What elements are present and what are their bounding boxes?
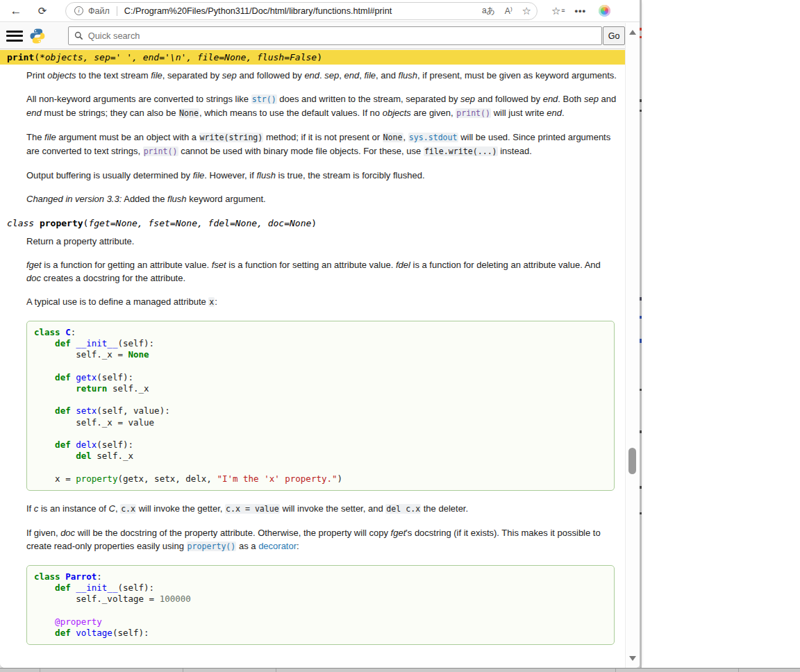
text-segment: will be the docstring of the property at… [75,528,391,538]
text-segment: sep [324,70,339,81]
text-segment: creates a docstring for the attribute. [41,273,185,283]
text-segment: None [178,108,199,118]
text-segment: file [193,170,205,180]
code-line: return self._x [34,383,607,394]
inline-link[interactable]: sys.stdout [408,133,458,142]
copilot-icon[interactable] [599,5,610,17]
text-segment: write(string) [199,133,264,142]
search-icon [74,31,83,40]
code-line: del self._x [34,451,607,462]
text-segment: . Both [558,94,584,104]
text-segment: fget [391,528,406,538]
text-segment: : [297,541,299,551]
doc-paragraph: All non-keyword arguments are converted … [26,92,617,120]
text-segment: cannot be used with binary mode file obj… [178,146,424,156]
text-segment: as a [236,541,258,551]
translate-icon[interactable]: аあ [482,5,495,17]
code-line: self._x = value [34,417,607,428]
read-aloud-icon[interactable]: A) [505,6,512,16]
text-segment: A typical use is to define a managed att… [26,296,208,307]
text-segment: Print [26,70,47,81]
text-segment: file [364,70,376,81]
text-segment: argument must be an object with a [56,132,199,142]
inline-link[interactable]: decorator [258,541,297,551]
signature-prefix: class [7,218,40,228]
code-line [34,605,607,616]
text-segment: sep [460,94,475,104]
doc-paragraph: fget is a function for getting an attrib… [26,258,617,285]
text-segment: , and [376,70,399,81]
hub-lines-glyph: ≡ [561,7,565,14]
text-segment: method; if it is not present or [263,132,382,142]
text-segment: . [562,108,565,118]
menu-icon[interactable] [6,28,23,44]
text-segment: keyword argument. [187,194,266,204]
text-segment: Return a property attribute. [26,236,134,246]
code-line [34,394,607,405]
go-button[interactable]: Go [603,26,625,45]
doc-paragraph: A typical use is to define a managed att… [26,295,617,309]
favorites-hub-icon[interactable]: ☆≡ [551,5,560,17]
text-segment: flush [399,70,417,81]
address-bar[interactable]: i Файл C:/Program%20Files/Python311/Doc/… [65,2,538,20]
code-line [34,361,607,372]
text-segment: del c.x [385,504,421,514]
browser-window: ← ⟳ i Файл C:/Program%20Files/Python311/… [0,0,640,668]
taskbar-edge [0,668,800,672]
text-segment: will invoke the getter, [136,503,225,514]
text-segment: , [403,132,408,142]
code-line: def delx(self): [34,439,607,451]
text-segment: will invoke the setter, and [280,503,385,514]
text-segment: and followed by [237,70,305,81]
code-line: def getx(self): [34,372,607,383]
add-favorite-icon[interactable]: ☆ [522,5,531,17]
document-body: print(*objects, sep=' ', end='\n', file=… [0,50,625,668]
refresh-button[interactable]: ⟳ [32,2,53,20]
text-segment: Added the [122,194,167,204]
inline-link[interactable]: print() [143,146,178,156]
text-segment: will just write [491,108,547,118]
code-line: def voltage(self): [34,628,607,639]
settings-more-icon[interactable]: ••• [574,6,586,16]
text-segment: . However, if [204,170,256,180]
inline-link[interactable]: str() [251,94,277,104]
text-segment: None [383,133,403,142]
text-segment: are given, [411,108,456,118]
text-segment: If [26,503,34,514]
signature-name: property [40,218,83,228]
background-window-edge [640,0,642,668]
text-segment: end [26,108,42,118]
inline-link[interactable]: print() [456,108,491,118]
doc-paragraph: If given, doc will be the docstring of t… [26,526,617,553]
text-segment: sep [222,70,237,81]
back-button[interactable]: ← [6,2,26,20]
inline-link[interactable]: property() [187,541,237,551]
text-segment: flush [167,194,186,204]
text-segment: x [208,297,215,307]
doc-paragraph: Return a property attribute. [26,235,617,248]
text-segment: , which means to use the default values.… [199,108,383,118]
text-segment: file [151,70,162,81]
code-line: def __init__(self): [34,582,607,594]
text-segment: to the text stream [76,70,151,81]
url-text[interactable]: C:/Program%20Files/Python311/Doc/html/li… [124,6,472,16]
scrollbar-down-arrow[interactable] [629,656,636,661]
text-segment: is an instance of [38,503,108,514]
page-scrollbar[interactable] [625,23,639,668]
text-segment: end [547,108,562,118]
text-segment: objects [47,70,76,81]
text-segment: must be strings; they can also be [42,108,178,118]
doc-paragraph: If c is an instance of C, c.x will invok… [26,502,617,516]
url-separator [117,6,117,16]
quick-search-input[interactable]: Quick search [68,26,602,45]
code-line: self._x = None [34,349,607,360]
text-segment: fget [26,260,42,270]
text-segment: Changed in version 3.3: [26,194,122,204]
scrollbar-thumb[interactable] [628,448,636,474]
text-segment: flush [256,170,275,180]
text-segment: The [26,132,44,142]
scrollbar-up-arrow[interactable] [629,30,636,35]
text-segment: and [599,94,616,104]
text-segment: is a function for setting an attribute v… [226,260,396,270]
site-info-icon[interactable]: i [74,6,83,15]
